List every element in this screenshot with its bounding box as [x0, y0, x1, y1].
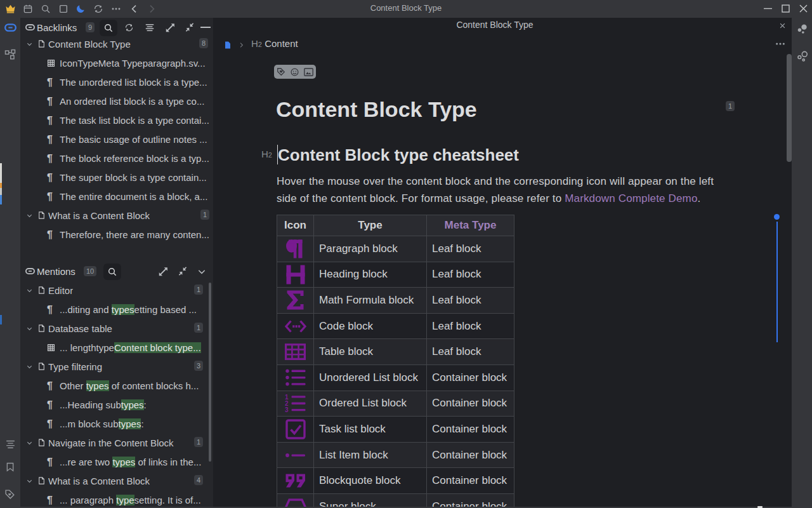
svg-text:3: 3 [285, 407, 289, 413]
